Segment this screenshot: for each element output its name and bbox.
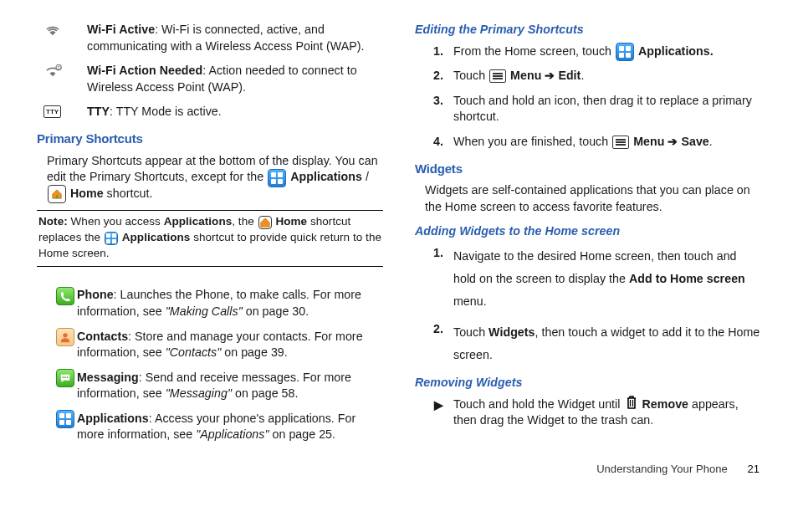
- triangle-bullet-icon: ▶: [415, 396, 453, 429]
- svg-rect-6: [56, 195, 59, 198]
- heading-adding-widgets: Adding Widgets to the Home screen: [415, 223, 761, 240]
- shortcut-term: Messaging: [77, 371, 139, 384]
- step-1: 1. From the Home screen, touch Applicati…: [415, 43, 761, 60]
- status-term: TTY: [87, 105, 110, 118]
- applications-icon: [616, 43, 634, 61]
- note-t1: When you access: [71, 215, 164, 228]
- page-columns: Wi-Fi Active: Wi-Fi is connected, active…: [37, 22, 761, 452]
- trash-icon: [625, 395, 638, 415]
- applications-icon: [56, 410, 74, 428]
- svg-rect-19: [619, 46, 624, 51]
- svg-rect-2: [271, 172, 276, 177]
- svg-point-11: [63, 333, 67, 337]
- step-text: From the Home screen, touch: [453, 44, 615, 58]
- intro-sep: /: [362, 170, 369, 183]
- shortcut-page: on page 25.: [269, 427, 336, 441]
- widgets-intro: Widgets are self-contained applications …: [425, 182, 761, 215]
- edit-steps: 1. From the Home screen, touch Applicati…: [415, 43, 761, 151]
- shortcut-ref: "Applications": [196, 427, 269, 441]
- note-prefix: Note:: [38, 215, 71, 228]
- shortcut-term: Contacts: [77, 330, 128, 343]
- wifi-active-icon: [43, 23, 62, 42]
- shortcut-page: on page 58.: [232, 386, 299, 400]
- column-left: Wi-Fi Active: Wi-Fi is connected, active…: [37, 22, 383, 452]
- svg-rect-21: [619, 53, 624, 58]
- step-2: 2. Touch Menu ➔ Edit.: [415, 68, 761, 84]
- applications-icon-small: [105, 232, 118, 245]
- status-row-wifi-action: ? Wi-Fi Action Needed: Action needed to …: [37, 63, 383, 95]
- arrow-icon: ➔: [668, 135, 681, 148]
- menu-label: Menu: [633, 135, 668, 148]
- note-apps: Applications: [164, 215, 233, 228]
- add-step-1: 1. Navigate to the desired Home screen, …: [415, 245, 761, 313]
- home-label: Home: [70, 187, 104, 200]
- footer-section: Understanding Your Phone: [596, 463, 728, 475]
- shortcut-ref: "Messaging": [166, 386, 232, 400]
- remove-text: Touch and hold the Widget until: [453, 397, 624, 411]
- page-footer: Understanding Your Phone 21: [37, 452, 761, 477]
- step-text: Touch: [453, 325, 489, 339]
- menu-label: Menu: [510, 69, 545, 82]
- svg-rect-22: [626, 53, 631, 58]
- menu-icon: [489, 69, 506, 83]
- step-apps-label: Applications.: [638, 44, 714, 58]
- menu-icon: [612, 136, 629, 149]
- wifi-action-icon: ?: [43, 64, 62, 83]
- add-step-2: 2. Touch Widgets, then touch a widget to…: [415, 321, 761, 366]
- svg-point-12: [63, 376, 64, 378]
- status-row-wifi-active: Wi-Fi Active: Wi-Fi is connected, active…: [37, 22, 383, 54]
- svg-rect-5: [278, 179, 283, 184]
- svg-rect-3: [278, 172, 283, 177]
- status-term: Wi-Fi Active: [87, 23, 155, 36]
- add-home-label: Add to Home screen: [629, 272, 745, 285]
- add-steps: 1. Navigate to the desired Home screen, …: [415, 245, 761, 366]
- home-icon-small: [258, 216, 272, 229]
- shortcut-page: on page 39.: [221, 345, 288, 359]
- note-block: Note: When you access Applications, the …: [37, 214, 383, 261]
- shortcut-page: on page 30.: [243, 304, 309, 318]
- messaging-icon: [56, 369, 74, 387]
- column-right: Editing the Primary Shortcuts 1. From th…: [415, 22, 761, 452]
- intro-end: shortcut.: [104, 187, 153, 200]
- shortcut-ref: "Making Calls": [166, 304, 243, 318]
- status-row-tty: TTY TTY: TTY Mode is active.: [37, 104, 383, 120]
- status-desc: : TTY Mode is active.: [110, 105, 222, 118]
- home-icon: [48, 185, 66, 203]
- save-label: Save: [681, 135, 708, 148]
- heading-removing-widgets: Removing Widgets: [415, 375, 761, 391]
- step-text: When you are finished, touch: [453, 135, 611, 148]
- primary-shortcuts-intro: Primary Shortcuts appear at the bottom o…: [47, 153, 383, 202]
- remove-label: Remove: [642, 397, 689, 411]
- footer-page-number: 21: [747, 463, 760, 475]
- shortcut-ref: "Contacts": [166, 345, 222, 359]
- shortcut-applications: Applications: Access your phone's applic…: [37, 411, 383, 443]
- remove-bullet: ▶ Touch and hold the Widget until Remove…: [415, 396, 761, 429]
- heading-editing-shortcuts: Editing the Primary Shortcuts: [415, 22, 761, 38]
- svg-rect-18: [66, 420, 71, 425]
- tty-icon: TTY: [43, 105, 61, 118]
- widgets-label: Widgets: [489, 325, 535, 339]
- svg-rect-10: [112, 238, 116, 243]
- shortcut-term: Applications: [77, 412, 149, 425]
- svg-rect-17: [59, 420, 64, 425]
- phone-icon: [56, 287, 74, 305]
- edit-label: Edit: [558, 69, 581, 82]
- applications-label: Applications: [290, 170, 362, 183]
- arrow-icon: ➔: [545, 69, 558, 82]
- status-term: Wi-Fi Action Needed: [87, 64, 202, 77]
- svg-rect-7: [106, 233, 110, 237]
- svg-point-14: [67, 376, 69, 378]
- note-rule-bottom: [37, 266, 383, 267]
- step-3: 3.Touch and hold an icon, then drag it t…: [415, 93, 761, 125]
- svg-text:?: ?: [58, 66, 60, 70]
- heading-widgets: Widgets: [415, 161, 761, 178]
- step-4: 4. When you are finished, touch Menu ➔ S…: [415, 134, 761, 151]
- shortcut-term: Phone: [77, 288, 114, 301]
- period: .: [709, 135, 713, 148]
- shortcut-messaging: Messaging: Send and receive messages. Fo…: [37, 370, 383, 402]
- svg-rect-8: [112, 233, 116, 237]
- svg-rect-9: [106, 238, 110, 243]
- svg-rect-4: [271, 179, 276, 184]
- svg-rect-20: [626, 46, 631, 51]
- svg-point-13: [64, 376, 66, 378]
